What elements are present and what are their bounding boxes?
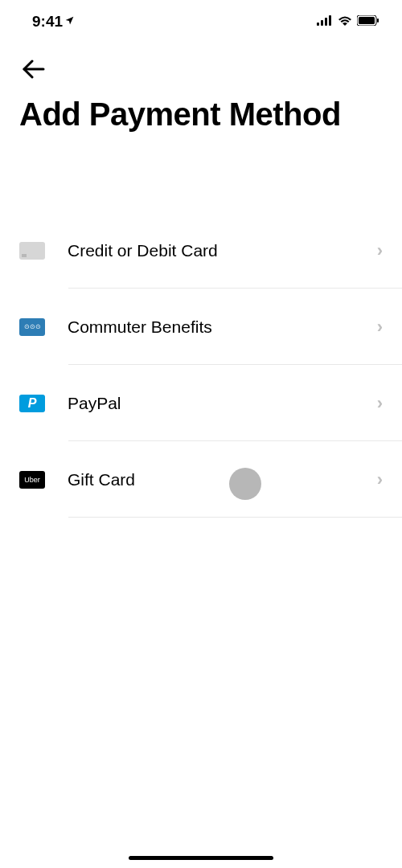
page-title: Add Payment Method <box>0 82 402 132</box>
status-indicators <box>317 14 379 29</box>
location-icon <box>64 15 75 28</box>
paypal-icon: P <box>19 395 45 412</box>
svg-rect-6 <box>377 18 379 23</box>
svg-rect-0 <box>317 23 319 26</box>
card-icon <box>19 242 45 260</box>
wifi-icon <box>338 14 352 29</box>
status-bar: 9:41 <box>0 0 402 35</box>
status-time: 9:41 <box>32 13 75 31</box>
home-indicator[interactable] <box>129 856 273 860</box>
option-paypal[interactable]: P PayPal › <box>0 365 402 441</box>
option-label: Commuter Benefits <box>68 317 377 337</box>
svg-rect-5 <box>359 17 375 24</box>
option-label: Gift Card <box>68 470 377 489</box>
chevron-right-icon: › <box>377 469 383 490</box>
touch-indicator <box>229 468 261 500</box>
uber-icon: Uber <box>19 471 45 489</box>
option-commuter-benefits[interactable]: ⊙⊙⊙ Commuter Benefits › <box>0 289 402 365</box>
option-credit-card[interactable]: Credit or Debit Card › <box>0 212 402 289</box>
chevron-right-icon: › <box>377 317 383 338</box>
back-arrow-icon <box>21 59 47 79</box>
payment-options-list: Credit or Debit Card › ⊙⊙⊙ Commuter Bene… <box>0 212 402 518</box>
option-label: Credit or Debit Card <box>68 241 377 260</box>
svg-rect-1 <box>321 20 323 26</box>
time-text: 9:41 <box>32 13 63 31</box>
option-label: PayPal <box>68 394 377 413</box>
battery-icon <box>357 14 379 29</box>
chevron-right-icon: › <box>377 393 383 414</box>
svg-rect-2 <box>325 18 327 26</box>
cellular-icon <box>317 14 333 29</box>
commuter-icon: ⊙⊙⊙ <box>19 318 45 336</box>
svg-rect-3 <box>329 15 331 26</box>
back-button[interactable] <box>0 35 402 82</box>
option-gift-card[interactable]: Uber Gift Card › <box>0 441 402 518</box>
chevron-right-icon: › <box>377 240 383 261</box>
